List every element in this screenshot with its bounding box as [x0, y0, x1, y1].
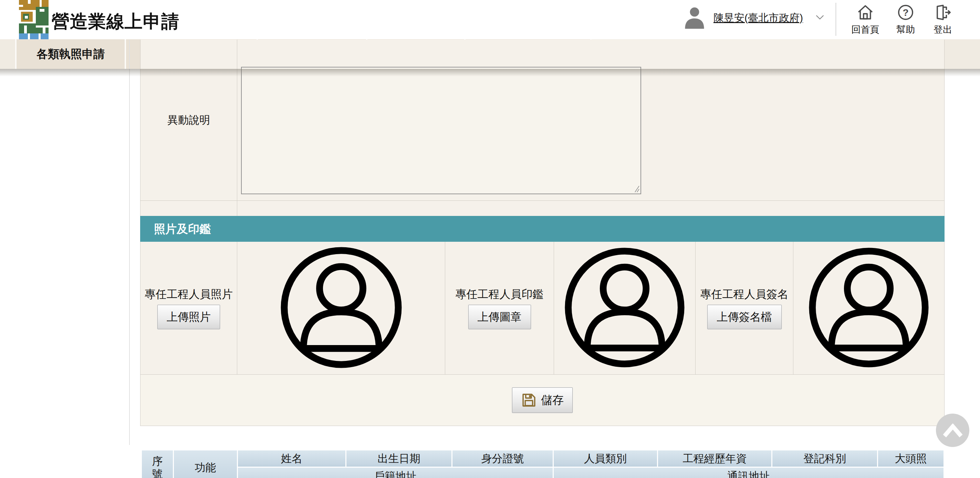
user-name-link[interactable]: 陳昱安(臺北市政府) [713, 11, 803, 25]
logout-label: 登出 [925, 24, 961, 36]
change-note-label-cell: 異動說明 [140, 40, 237, 201]
person-placeholder-icon [279, 245, 403, 371]
upload-signature-button[interactable]: 上傳簽名檔 [707, 305, 782, 329]
table-header-id-number: 身分證號 [452, 451, 553, 467]
svg-text:?: ? [902, 7, 908, 18]
help-label: 幫助 [888, 24, 924, 36]
scroll-to-top-button[interactable] [936, 414, 969, 447]
table-header-headshot: 大頭照 [878, 451, 943, 467]
app-logo-icon [19, 0, 49, 39]
table-header-household-address: 戶籍地址 [238, 468, 553, 478]
save-floppy-icon [521, 392, 537, 408]
engineer-stamp-label: 專任工程人員印鑑 [455, 287, 544, 302]
table-header-experience-years: 工程經歷年資 [658, 451, 771, 467]
spacer-value-cell [237, 201, 945, 216]
help-button[interactable]: ? 幫助 [888, 3, 924, 36]
engineer-signature-placeholder-cell [793, 242, 945, 375]
change-note-textarea[interactable] [241, 67, 641, 194]
save-button[interactable]: 儲存 [512, 387, 573, 413]
header-divider [836, 3, 836, 36]
section-header-photos: 照片及印鑑 [140, 216, 945, 242]
home-label: 回首頁 [846, 24, 884, 36]
spacer-label-cell [140, 201, 237, 216]
save-row: 儲存 [140, 375, 945, 426]
engineer-signature-label-cell: 專任工程人員簽名 上傳簽名檔 [695, 242, 793, 375]
help-icon: ? [897, 16, 915, 22]
person-placeholder-icon [808, 246, 930, 370]
table-header-mailing-address: 通訊地址 [554, 468, 943, 478]
logout-button[interactable]: 登出 [925, 3, 961, 36]
engineer-signature-label: 專任工程人員簽名 [700, 287, 789, 302]
resize-handle-icon[interactable] [632, 185, 640, 193]
table-header-seq-label: 序號 [151, 455, 164, 478]
chevron-up-icon [942, 424, 963, 437]
nav-tab-licenses[interactable]: 各類執照申請 [16, 39, 125, 69]
engineer-stamp-label-cell: 專任工程人員印鑑 上傳圖章 [445, 242, 554, 375]
save-label: 儲存 [541, 393, 564, 408]
table-header-birthdate: 出生日期 [347, 451, 452, 467]
page: 營造業線上申請 陳昱安(臺北市政府) 回首頁 ? 幫助 [0, 0, 980, 478]
table-header-seq: 序號 [142, 451, 173, 478]
person-placeholder-icon [563, 246, 686, 370]
table-header-name: 姓名 [238, 451, 345, 467]
engineer-photo-placeholder-cell [237, 242, 445, 375]
upload-photo-button[interactable]: 上傳照片 [158, 305, 220, 329]
engineer-photo-label-cell: 專任工程人員照片 上傳照片 [140, 242, 237, 375]
layout-border-line [129, 40, 130, 445]
staff-table: 序號 功能 姓名 出生日期 身分證號 人員類別 工程經歷年資 登記科別 大頭照 … [140, 449, 945, 478]
chevron-down-icon[interactable] [815, 14, 824, 20]
table-header-personnel-type: 人員類別 [554, 451, 657, 467]
table-header-function: 功能 [174, 451, 237, 478]
table-header-registered-discipline: 登記科別 [772, 451, 877, 467]
user-avatar-icon [684, 5, 706, 30]
upload-stamp-button[interactable]: 上傳圖章 [468, 305, 531, 329]
logout-icon [934, 16, 952, 22]
home-icon [856, 16, 874, 22]
home-button[interactable]: 回首頁 [846, 3, 884, 36]
engineer-photo-label: 專任工程人員照片 [145, 287, 233, 302]
engineer-stamp-placeholder-cell [554, 242, 695, 375]
page-title: 營造業線上申請 [52, 10, 180, 34]
change-note-label: 異動說明 [167, 113, 210, 127]
